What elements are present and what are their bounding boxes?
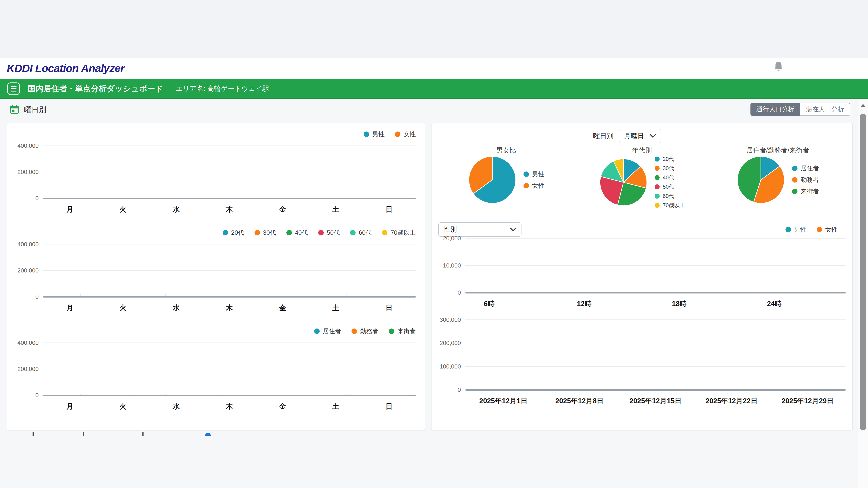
legend-item[interactable]: 男性 [785, 225, 806, 234]
legend-label: 70歳以上 [663, 202, 685, 209]
legend-item[interactable]: 70歳以上 [382, 229, 416, 237]
bar-土[interactable] [325, 293, 346, 297]
section-title-label: 曜日別 [24, 105, 46, 115]
legend-label: 男性 [532, 170, 544, 178]
toggle-passing-population[interactable]: 通行人口分析 [750, 103, 800, 116]
y-tick-label: 400,000 [18, 241, 39, 248]
legend-item[interactable]: 来街者 [792, 187, 819, 195]
legend-item[interactable]: 女性 [817, 225, 837, 234]
x-tick-label: 火 [120, 402, 127, 411]
x-tick-label: 金 [279, 402, 286, 411]
legend-label: 50代 [663, 183, 674, 191]
y-axis: 0200,000400,000 [16, 343, 43, 395]
vertical-scrollbar[interactable] [858, 99, 868, 488]
visitor-type-by-weekday-chart: 居住者勤務者来街者 0200,000400,000 月火水木金土日 [16, 325, 416, 415]
weekday-select-value: 月曜日 [624, 131, 644, 140]
x-tick-label: 月 [66, 303, 73, 313]
bar-月[interactable] [59, 293, 81, 297]
legend-item[interactable]: 男性 [524, 170, 544, 178]
y-tick-label: 10,000 [443, 262, 461, 269]
notification-bell-icon[interactable] [773, 61, 784, 73]
hourly-gender-legend: 男性女性 [785, 224, 837, 235]
legend-item[interactable]: 50代 [318, 229, 340, 237]
legend-item[interactable]: 50代 [655, 183, 674, 191]
x-tick-label: 金 [279, 205, 286, 214]
legend-label: 居住者 [801, 164, 819, 172]
legend-dot [524, 171, 529, 177]
legend-item[interactable]: 60代 [655, 193, 674, 200]
legend-item[interactable]: 来街者 [389, 327, 416, 335]
legend-label: 70歳以上 [391, 229, 416, 237]
legend-item[interactable]: 40代 [655, 174, 674, 181]
toggle-staying-population[interactable]: 滞在人口分析 [800, 103, 850, 116]
legend-item[interactable]: 女性 [395, 130, 416, 138]
bar-金[interactable] [272, 293, 293, 297]
y-axis: 0100,000200,000300,000 [438, 320, 465, 390]
scrollbar-up-arrow[interactable] [860, 104, 866, 107]
legend-item[interactable]: 20代 [655, 156, 674, 163]
legend-label: 来街者 [397, 327, 416, 335]
legend-dot [382, 230, 388, 235]
legend-dot [785, 227, 791, 232]
visitor-type-pie-legend: 居住者勤務者来街者 [792, 164, 819, 195]
y-tick-label: 100,000 [440, 363, 461, 370]
legend-dot [792, 177, 798, 183]
gender-by-weekday-chart: 男性女性 0200,000400,000 月火水木金土日 [16, 128, 416, 218]
plot-area [43, 245, 416, 297]
x-tick-label: 火 [120, 205, 127, 214]
x-axis: 2025年12月1日2025年12月8日2025年12月15日2025年12月2… [465, 390, 846, 410]
legend-item[interactable]: 20代 [223, 229, 244, 237]
legend-label: 女性 [825, 225, 837, 234]
legend-label: 男性 [372, 130, 384, 138]
legend-item[interactable]: 勤務者 [351, 327, 378, 335]
bar-木[interactable] [219, 293, 240, 297]
legend-item[interactable]: 男性 [364, 130, 384, 138]
legend-item[interactable]: 30代 [655, 165, 674, 172]
bar-segment [59, 394, 81, 395]
x-tick-label: 水 [173, 205, 180, 214]
scrollbar-thumb[interactable] [860, 114, 866, 430]
bar-水[interactable] [165, 293, 187, 297]
legend-item[interactable]: 居住者 [314, 327, 341, 335]
x-tick-label: 土 [332, 402, 339, 411]
visitor-type-pie-block: 居住者/勤務者/来街者 居住者勤務者来街者 [710, 145, 846, 220]
legend-item[interactable]: 70歳以上 [655, 202, 685, 209]
legend-dot [364, 131, 369, 137]
y-axis: 0200,000400,000 [16, 146, 43, 198]
pie-title: 居住者/勤務者/来街者 [746, 145, 809, 156]
gridline [465, 343, 846, 343]
legend-item[interactable]: 60代 [350, 229, 372, 237]
legend-label: 女性 [403, 130, 416, 138]
legend-dot [792, 189, 798, 194]
legend-item[interactable]: 勤務者 [792, 176, 819, 184]
legend-item[interactable]: 居住者 [792, 164, 819, 172]
weekly-total-barchart: 0100,000200,000300,000 2025年12月1日2025年12… [438, 320, 846, 410]
cutoff-blue-dot [205, 433, 211, 436]
bar-日[interactable] [378, 293, 400, 297]
legend-label: 勤務者 [360, 327, 378, 335]
x-tick-label: 2025年12月15日 [629, 396, 682, 406]
gender-select-value: 性別 [444, 225, 457, 234]
legend-dot [395, 131, 400, 137]
bar-segment [112, 295, 134, 296]
gender-filter-row: 性別 男性女性 [438, 221, 846, 238]
legend-item[interactable]: 30代 [254, 229, 276, 237]
legend-label: 50代 [327, 229, 340, 237]
x-axis: 月火水木金土日 [43, 395, 416, 415]
y-tick-label: 0 [35, 195, 39, 202]
bar-segment [272, 394, 293, 395]
y-tick-label: 300,000 [440, 316, 461, 323]
weekday-select[interactable]: 月曜日 [619, 129, 661, 143]
gender-select[interactable]: 性別 [438, 222, 522, 237]
legend-label: 20代 [663, 156, 674, 163]
pie-charts-row: 男女比 男性女性 年代別 20代30代40代50代60代70歳以上 居住者/勤務… [438, 145, 846, 220]
age-pie-legend: 20代30代40代50代60代70歳以上 [655, 156, 685, 209]
bar-火[interactable] [112, 293, 134, 297]
x-tick-label: 月 [66, 205, 73, 214]
x-tick-label: 日 [385, 303, 393, 313]
legend-item[interactable]: 40代 [286, 229, 308, 237]
legend-item[interactable]: 女性 [524, 182, 544, 190]
y-tick-label: 20,000 [443, 235, 461, 242]
gridline [43, 172, 416, 172]
menu-icon[interactable] [7, 83, 20, 95]
